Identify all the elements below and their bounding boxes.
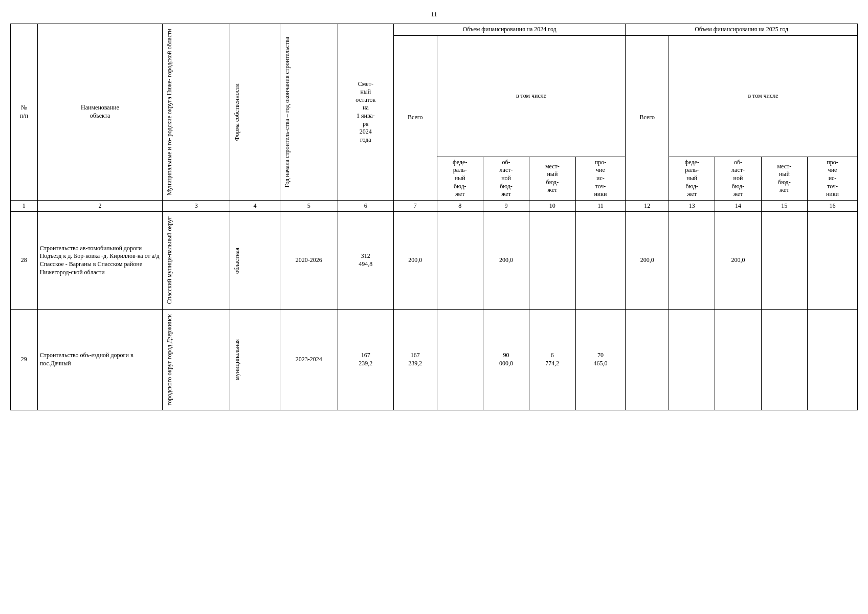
header-col5: Год начала строитель-ства – год окончани…	[280, 24, 338, 201]
header-col15: мест-ныйбюд-жет	[761, 157, 807, 200]
index-c16: 16	[808, 200, 858, 212]
index-c13: 13	[669, 200, 715, 212]
header-col11: про-чиеис-точ-ники	[575, 157, 626, 200]
table-cell	[529, 212, 575, 309]
table-row: 28Строительство ав-томобильной дороги По…	[11, 212, 858, 309]
header-col8: феде-раль-ныйбюд-жет	[437, 157, 483, 200]
table-cell	[808, 309, 858, 410]
header-finance2025: Объем финансирования на 2025 год	[626, 24, 858, 36]
header-2025-sub: в том числе	[669, 35, 858, 157]
header-col4: Форма собственности	[230, 24, 280, 201]
table-cell: 200,0	[483, 212, 529, 309]
header-col2: Наименованиеобъекта	[37, 24, 163, 201]
index-c4: 4	[230, 200, 280, 212]
table-cell: 200,0	[626, 212, 669, 309]
table-cell: 70465,0	[575, 309, 626, 410]
table-cell	[669, 212, 715, 309]
index-c2: 2	[37, 200, 163, 212]
index-c12: 12	[626, 200, 669, 212]
header-col16: про-чиеис-точ-ники	[808, 157, 858, 200]
index-c6: 6	[338, 200, 393, 212]
index-c5: 5	[280, 200, 338, 212]
table-cell: 200,0	[715, 212, 761, 309]
index-c11: 11	[575, 200, 626, 212]
page-number: 11	[10, 10, 858, 18]
table-cell-rotated: Спасский муници-пальный округ	[163, 212, 230, 309]
index-c10: 10	[529, 200, 575, 212]
table-cell	[437, 309, 483, 410]
table-cell-rotated: муниципальная	[230, 309, 280, 410]
table-cell: 2020-2026	[280, 212, 338, 309]
index-c9: 9	[483, 200, 529, 212]
table-cell-rotated: городского округ город Дзержинск	[163, 309, 230, 410]
header-col7: Всего	[393, 35, 437, 200]
table-cell: 90000,0	[483, 309, 529, 410]
table-cell: 28	[11, 212, 38, 309]
table-cell	[715, 309, 761, 410]
index-c15: 15	[761, 200, 807, 212]
index-row: 1 2 3 4 5 6 7 8 9 10 11 12 13 14 15 16	[11, 200, 858, 212]
header-col6: Смет-ныйостатокна1 янва-ря2024года	[338, 24, 393, 201]
header-col10: мест-ныйбюд-жет	[529, 157, 575, 200]
index-c1: 1	[11, 200, 38, 212]
header-2024-sub: в том числе	[437, 35, 626, 157]
index-c8: 8	[437, 200, 483, 212]
index-c14: 14	[715, 200, 761, 212]
header-finance2024: Объем финансирования на 2024 год	[393, 24, 625, 36]
table-cell: 6774,2	[529, 309, 575, 410]
header-col9: об-ласт-нойбюд-жет	[483, 157, 529, 200]
table-cell	[575, 212, 626, 309]
table-cell-rotated: областная	[230, 212, 280, 309]
header-col3: Муниципальные и го- родские округа Ниже-…	[163, 24, 230, 201]
table-row: 29Строительство объ-ездной дороги в пос.…	[11, 309, 858, 410]
table-cell: 2023-2024	[280, 309, 338, 410]
table-cell: 167239,2	[338, 309, 393, 410]
header-col1: №п/п	[11, 24, 38, 201]
header-col12: Всего	[626, 35, 669, 200]
table-cell	[761, 309, 807, 410]
table-cell: 29	[11, 309, 38, 410]
table-cell: Строительство ав-томобильной дороги Подъ…	[37, 212, 163, 309]
table-cell	[437, 212, 483, 309]
table-cell: Строительство объ-ездной дороги в пос.Да…	[37, 309, 163, 410]
index-c3: 3	[163, 200, 230, 212]
table-cell	[761, 212, 807, 309]
table-cell	[626, 309, 669, 410]
table-cell	[808, 212, 858, 309]
header-col14: об-ласт-нойбюд-жет	[715, 157, 761, 200]
table-cell: 312494,8	[338, 212, 393, 309]
table-cell: 167239,2	[393, 309, 437, 410]
table-cell: 200,0	[393, 212, 437, 309]
table-cell	[669, 309, 715, 410]
index-c7: 7	[393, 200, 437, 212]
header-col13: феде-раль-ныйбюд-жет	[669, 157, 715, 200]
